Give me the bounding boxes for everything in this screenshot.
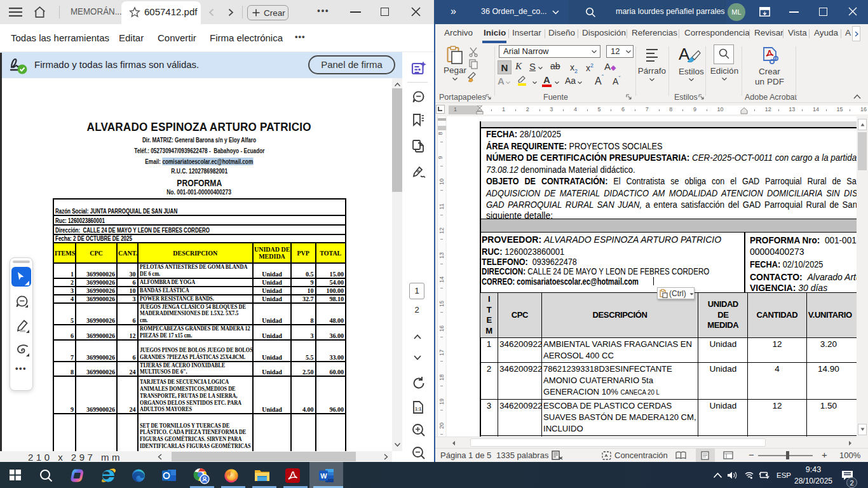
svg-text:W: W xyxy=(320,472,327,480)
svg-text:1:1: 1:1 xyxy=(415,407,421,411)
